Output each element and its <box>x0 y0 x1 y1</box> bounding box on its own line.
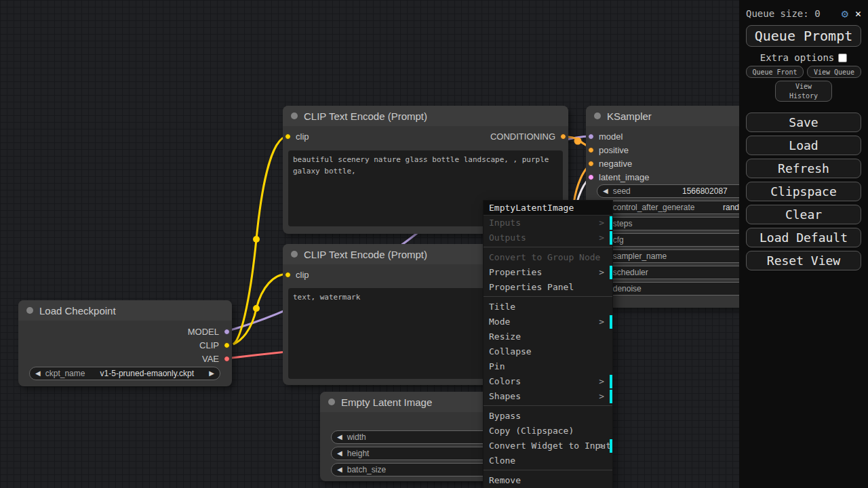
clear-button[interactable]: Clear <box>746 205 861 224</box>
widget-label: height <box>347 449 370 458</box>
node-header[interactable]: CLIP Text Encode (Prompt) <box>283 106 568 126</box>
load-default-button[interactable]: Load Default <box>746 228 861 247</box>
menu-item-shapes[interactable]: Shapes> <box>484 389 612 404</box>
widget-ckpt-name[interactable]: ◀ ckpt_name v1-5-pruned-emaonly.ckpt ▶ <box>29 367 220 380</box>
widget-left-arrow-icon[interactable]: ◀ <box>337 434 342 441</box>
input-port-model[interactable]: model <box>588 130 623 142</box>
widget-left-arrow-icon[interactable]: ◀ <box>603 188 608 195</box>
port-dot-clip-icon[interactable] <box>285 272 291 278</box>
port-dot-conditioning-icon[interactable] <box>588 147 594 153</box>
comfy-menu-panel: Queue size: 0 ⚙ ✕ Queue Prompt Extra opt… <box>739 0 868 488</box>
collapse-dot-icon[interactable] <box>328 399 335 405</box>
output-port-vae[interactable]: VAE <box>202 352 230 365</box>
widget-label: scheduler <box>613 268 648 277</box>
load-button[interactable]: Load <box>746 136 861 155</box>
widget-value: 1566802087 <box>682 186 728 196</box>
submenu-arrow-icon: > <box>599 314 604 329</box>
context-menu-title: EmptyLatentImage <box>484 201 612 216</box>
node-title: KSampler <box>607 110 652 122</box>
widget-value: v1-5-pruned-emaonly.ckpt <box>100 369 195 378</box>
node-graph-canvas[interactable]: CLIP Text Encode (Prompt) clip CONDITION… <box>0 0 868 488</box>
widget-label: control_after_generate <box>613 203 695 212</box>
wire-clip-negative <box>233 274 288 344</box>
widget-label: cfg <box>613 235 624 245</box>
widget-left-arrow-icon[interactable]: ◀ <box>337 466 342 473</box>
view-queue-button[interactable]: View Queue <box>807 66 861 78</box>
widget-left-arrow-icon[interactable]: ◀ <box>337 450 342 457</box>
input-port-clip[interactable]: clip <box>285 268 309 281</box>
submenu-arrow-icon: > <box>599 439 604 453</box>
widget-label: steps <box>613 219 633 228</box>
extra-options-label: Extra options <box>760 52 835 63</box>
widget-right-arrow-icon[interactable]: ▶ <box>209 370 214 377</box>
collapse-dot-icon[interactable] <box>594 113 601 119</box>
submenu-arrow-icon: > <box>599 216 604 230</box>
output-port-model[interactable]: MODEL <box>188 325 230 338</box>
menu-item-remove[interactable]: Remove <box>484 473 612 488</box>
menu-item-pin[interactable]: Pin <box>484 359 612 374</box>
menu-item-mode[interactable]: Mode> <box>484 314 612 329</box>
output-port-conditioning[interactable]: CONDITIONING <box>490 130 566 142</box>
wire-dot <box>253 305 260 312</box>
node-title: CLIP Text Encode (Prompt) <box>304 110 427 122</box>
port-dot-conditioning-icon[interactable] <box>588 161 594 167</box>
widget-label: width <box>347 432 366 442</box>
menu-item-convert-widget-to-input[interactable]: Convert Widget to Input> <box>484 439 612 453</box>
submenu-arrow-icon: > <box>599 374 604 389</box>
menu-item-convert-to-group-node: Convert to Group Node <box>484 250 612 265</box>
collapse-dot-icon[interactable] <box>291 251 298 258</box>
port-dot-model-icon[interactable] <box>588 134 594 140</box>
menu-item-outputs: Outputs> <box>484 230 612 245</box>
node-header[interactable]: Load Checkpoint <box>18 300 232 321</box>
submenu-arrow-icon: > <box>599 265 604 280</box>
submenu-arrow-icon: > <box>599 389 604 404</box>
input-port-negative[interactable]: negative <box>588 157 632 169</box>
settings-gear-icon[interactable]: ⚙ <box>842 8 848 20</box>
input-port-latent-image[interactable]: latent_image <box>588 171 649 183</box>
port-dot-conditioning-icon[interactable] <box>560 134 566 140</box>
close-icon[interactable]: ✕ <box>855 7 861 20</box>
collapse-dot-icon[interactable] <box>26 307 33 314</box>
save-button[interactable]: Save <box>746 113 861 132</box>
menu-item-resize[interactable]: Resize <box>484 329 612 344</box>
port-dot-vae-icon[interactable] <box>224 356 230 362</box>
port-dot-clip-icon[interactable] <box>224 342 230 348</box>
submenu-arrow-icon: > <box>599 230 604 245</box>
collapse-dot-icon[interactable] <box>291 113 298 119</box>
menu-item-inputs: Inputs> <box>484 216 612 230</box>
widget-label: batch_size <box>347 465 386 474</box>
view-history-button[interactable]: View History <box>775 81 832 102</box>
widget-left-arrow-icon[interactable]: ◀ <box>35 370 41 377</box>
widget-label: denoise <box>613 284 642 293</box>
extra-options-checkbox[interactable] <box>838 54 847 62</box>
port-dot-clip-icon[interactable] <box>285 134 291 140</box>
node-load-checkpoint[interactable]: Load Checkpoint MODEL CLIP VAE ◀ ckpt_na… <box>18 300 232 386</box>
port-dot-latent-icon[interactable] <box>588 174 594 180</box>
node-context-menu: EmptyLatentImage Inputs> Outputs> Conver… <box>483 200 613 488</box>
node-title: Empty Latent Image <box>341 396 432 408</box>
menu-item-clone[interactable]: Clone <box>484 453 612 468</box>
input-port-clip[interactable]: clip <box>285 130 309 142</box>
queue-size-label: Queue size: 0 <box>746 8 842 19</box>
menu-item-properties[interactable]: Properties> <box>484 265 612 280</box>
menu-item-collapse[interactable]: Collapse <box>484 344 612 359</box>
wire-clip-positive <box>233 136 288 344</box>
reset-view-button[interactable]: Reset View <box>746 251 861 270</box>
queue-front-button[interactable]: Queue Front <box>746 66 804 78</box>
clipspace-button[interactable]: Clipspace <box>746 182 861 201</box>
menu-item-properties-panel[interactable]: Properties Panel <box>484 280 612 295</box>
menu-item-colors[interactable]: Colors> <box>484 374 612 389</box>
node-title: Load Checkpoint <box>39 305 116 317</box>
menu-item-copy-clipspace[interactable]: Copy (Clipspace) <box>484 424 612 439</box>
menu-item-title[interactable]: Title <box>484 300 612 314</box>
menu-item-bypass[interactable]: Bypass <box>484 409 612 424</box>
port-dot-model-icon[interactable] <box>224 329 230 335</box>
output-port-clip[interactable]: CLIP <box>199 339 230 351</box>
node-title: CLIP Text Encode (Prompt) <box>304 249 427 260</box>
wire-dot <box>253 236 260 243</box>
widget-label: seed <box>613 186 631 196</box>
queue-prompt-button[interactable]: Queue Prompt <box>746 25 861 47</box>
input-port-positive[interactable]: positive <box>588 144 629 156</box>
refresh-button[interactable]: Refresh <box>746 159 861 178</box>
widget-label: ckpt_name <box>45 369 85 378</box>
